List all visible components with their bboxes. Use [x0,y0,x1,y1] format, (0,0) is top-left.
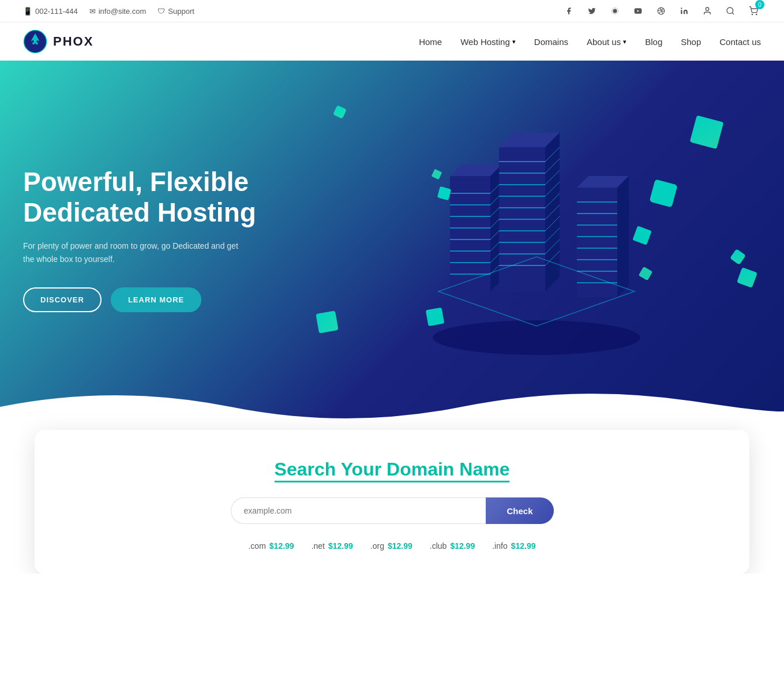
svg-point-14 [36,40,39,43]
learn-more-button[interactable]: LEARN MORE [111,287,201,312]
hero-wave [0,384,784,430]
hero-illustration [312,101,761,378]
tld-com-price: $12.99 [269,541,294,551]
nav-web-hosting[interactable]: Web Hosting ▾ [460,37,516,47]
user-icon[interactable] [700,3,715,18]
tld-club: .club $12.99 [430,541,475,551]
nav-domains[interactable]: Domains [534,37,568,47]
domain-input[interactable] [231,497,486,524]
domain-check-button[interactable]: Check [486,497,553,524]
hero-subtitle: For plenty of power and room to grow, go… [23,239,242,267]
phone-number: 002-111-444 [35,7,78,16]
cart-badge: 0 [755,0,764,9]
logo-icon [23,29,47,54]
svg-point-4 [681,8,682,9]
hero-section: Powerful, Flexible Dedicated Hosting For… [0,61,784,430]
about-chevron: ▾ [623,38,627,46]
svg-marker-61 [617,176,629,297]
tld-org-price: $12.99 [388,541,412,551]
dribbble-icon[interactable] [654,3,669,18]
support-info: 🛡 Support [157,7,194,16]
tld-club-price: $12.99 [450,541,475,551]
svg-rect-71 [437,186,451,200]
tld-net-price: $12.99 [328,541,353,551]
nav-home[interactable]: Home [419,37,442,47]
tld-info-price: $12.99 [511,541,536,551]
domain-search-form: Check [231,497,554,524]
cart-icon[interactable]: 0 [746,3,761,18]
svg-rect-3 [681,10,682,14]
nav-blog[interactable]: Blog [645,37,662,47]
topbar-left: 📱 002-111-444 ✉ info@site.com 🛡 Support [23,7,194,16]
deco-cube-3 [316,310,338,333]
support-icon: 🛡 [157,7,165,16]
tld-club-ext: .club [430,541,447,551]
twitter-icon[interactable] [584,3,599,18]
brand-name: PHOX [53,34,93,49]
tld-org-ext: .org [370,541,384,551]
svg-point-6 [727,8,733,14]
hero-title: Powerful, Flexible Dedicated Hosting [23,167,312,228]
domain-title: Search Your Domain Name [58,459,726,480]
search-icon[interactable] [723,3,738,18]
email-address: info@site.com [99,7,147,16]
domain-tlds: .com $12.99 .net $12.99 .org $12.99 .clu… [58,541,726,551]
email-info: ✉ info@site.com [89,7,147,16]
logo[interactable]: PHOX [23,29,93,54]
svg-rect-72 [632,226,651,245]
email-icon: ✉ [89,7,96,16]
tld-net-ext: .net [312,541,325,551]
svg-point-16 [433,320,640,355]
domain-section: Search Your Domain Name Check .com $12.9… [35,430,749,574]
support-label: Support [168,7,194,16]
deco-cube-4 [737,267,757,288]
tld-net: .net $12.99 [312,541,353,551]
deco-cube-5 [730,249,746,265]
domain-title-highlight: Domain [387,459,454,482]
google-icon[interactable] [607,3,622,18]
svg-point-9 [756,14,757,14]
facebook-icon[interactable] [561,3,576,18]
svg-point-13 [32,40,34,43]
tld-org: .org $12.99 [370,541,412,551]
hero-buttons: DISCOVER LEARN MORE [23,287,312,312]
phone-info: 📱 002-111-444 [23,7,78,16]
web-hosting-chevron: ▾ [512,38,516,46]
svg-point-5 [706,8,708,10]
svg-rect-59 [577,188,617,297]
deco-cube-1 [690,115,724,149]
tld-info: .info $12.99 [492,541,535,551]
domain-title-text2: Name [454,459,509,482]
tld-com-ext: .com [248,541,265,551]
nav-about-us[interactable]: About us ▾ [587,37,627,47]
tld-com: .com $12.99 [248,541,294,551]
domain-title-text1: Search Your [275,459,387,482]
svg-line-7 [732,13,734,14]
navbar: PHOX Home Web Hosting ▾ Domains About us… [0,23,784,61]
svg-rect-74 [425,308,444,326]
svg-point-8 [752,14,752,14]
svg-rect-75 [431,169,442,180]
topbar: 📱 002-111-444 ✉ info@site.com 🛡 Support [0,0,784,23]
deco-cube-2 [333,105,347,119]
svg-rect-76 [649,179,677,208]
linkedin-icon[interactable] [677,3,692,18]
topbar-right: 0 [561,3,761,18]
nav-shop[interactable]: Shop [681,37,701,47]
tld-info-ext: .info [492,541,507,551]
youtube-icon[interactable] [631,3,646,18]
nav-contact[interactable]: Contact us [719,37,761,47]
phone-icon: 📱 [23,7,32,16]
discover-button[interactable]: DISCOVER [23,287,102,312]
nav-links: Home Web Hosting ▾ Domains About us ▾ Bl… [419,37,761,47]
hero-content: Powerful, Flexible Dedicated Hosting For… [23,167,312,312]
server-illustration [392,113,681,366]
svg-rect-73 [638,267,652,281]
